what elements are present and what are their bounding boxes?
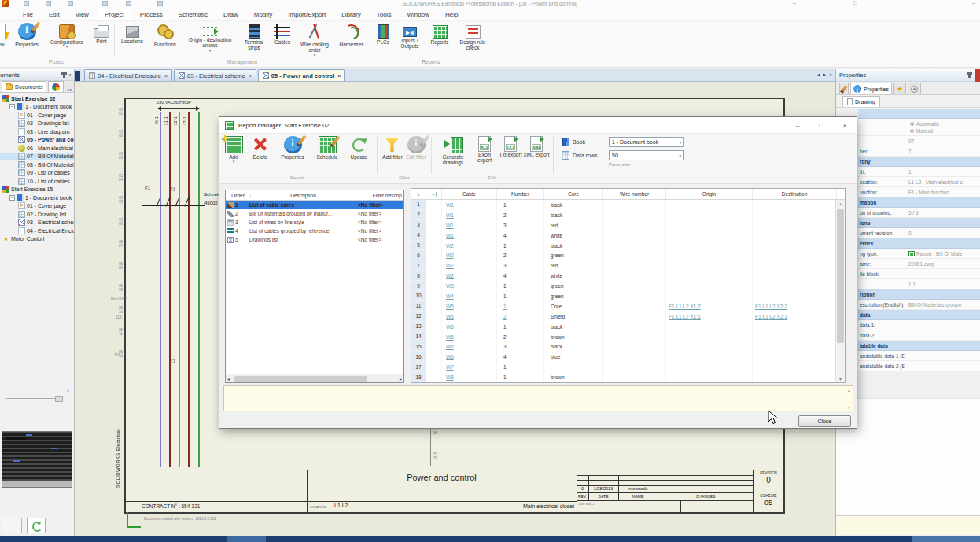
tree-item-start-exercise-02[interactable]: Start Exercise 02: [0, 94, 74, 103]
column-core[interactable]: Core: [544, 189, 603, 199]
cable-link[interactable]: W1: [442, 210, 497, 220]
close-button[interactable]: Close: [798, 415, 851, 427]
close-icon[interactable]: ×: [337, 73, 341, 79]
scrollbar-thumb[interactable]: [234, 376, 367, 382]
minimize-icon[interactable]: –: [793, 0, 796, 6]
core-number-link[interactable]: 1: [497, 301, 544, 312]
menu-item-process[interactable]: Process: [133, 9, 170, 20]
tree-item-1-document-book[interactable]: −1 - Document book: [0, 194, 74, 202]
tree-item-05-power-and-control[interactable]: 05 - Power and control: [0, 136, 74, 145]
column-description[interactable]: Description: [251, 193, 356, 198]
radio-icon[interactable]: [910, 122, 914, 126]
cable-link[interactable]: W6: [442, 341, 497, 352]
tree-item-02-drawing-list[interactable]: 02 - Drawing list: [0, 210, 74, 219]
tab-properties[interactable]: Properties: [850, 83, 892, 94]
tree-item-01-cover-page[interactable]: 01 - Cover page: [0, 111, 74, 120]
table-row[interactable]: 10W41green: [411, 291, 845, 301]
tree-item-01-cover-page[interactable]: 01 - Cover page: [0, 202, 74, 211]
table-row[interactable]: 17W71: [411, 362, 845, 372]
collapse-icon[interactable]: −: [9, 104, 15, 109]
column-origin[interactable]: Origin: [666, 189, 753, 199]
column-order[interactable]: Order: [226, 193, 251, 198]
column-wire-number[interactable]: Wire number: [603, 189, 666, 199]
ribbon-button-print[interactable]: Print: [90, 21, 113, 59]
tree-item-04-electrical-enclosure[interactable]: 04 - Electrical Enclosure: [0, 227, 74, 235]
dialog-maximize-icon[interactable]: □: [809, 117, 833, 133]
toolbar-button-xml-export[interactable]: XMLXML export: [523, 136, 550, 175]
ribbon-button-properties[interactable]: Properties: [9, 21, 44, 59]
toolbar-button-schedule[interactable]: Schedule: [311, 136, 344, 175]
pin-icon[interactable]: [63, 72, 65, 78]
menu-item-view[interactable]: View: [68, 9, 96, 20]
table-row[interactable]: 15W63black: [411, 341, 845, 352]
tree-item-03-electrical-scheme[interactable]: 03 - Electrical scheme: [0, 219, 74, 227]
tab-favorites[interactable]: ★: [893, 83, 906, 94]
table-row[interactable]: 7W23red: [411, 260, 845, 271]
scrollbar-thumb[interactable]: [837, 209, 844, 343]
doc-tab-03-electrical-scheme[interactable]: 03 - Electrical scheme×: [174, 69, 256, 81]
scroll-up-icon[interactable]: ▴: [848, 387, 850, 393]
report-message-box[interactable]: ▴ ▾: [223, 385, 853, 411]
menu-item-file[interactable]: File: [16, 9, 40, 20]
tree-item-motor-contorl[interactable]: ★Motor Contorl: [0, 235, 74, 244]
column-sort[interactable]: ▴: [411, 189, 426, 199]
cable-link[interactable]: W5: [442, 312, 497, 322]
table-row[interactable]: 4W14white: [411, 230, 845, 241]
cable-link[interactable]: W4: [442, 291, 497, 301]
minimize-icon[interactable]: –: [972, 0, 975, 6]
book-select[interactable]: 1 - Document book ▾: [609, 137, 684, 147]
ribbon-button-locations[interactable]: Locations: [116, 21, 149, 59]
toolbar-button-update[interactable]: Update: [344, 136, 374, 175]
scroll-down-icon[interactable]: ▾: [836, 376, 845, 382]
toolbar-button-generate-drawings[interactable]: Generate drawings: [435, 136, 471, 175]
menu-item-draw[interactable]: Draw: [216, 9, 245, 20]
menu-item-modify[interactable]: Modify: [247, 9, 280, 20]
table-row[interactable]: 16W64blue: [411, 352, 845, 362]
toolbar-button-add[interactable]: +Add▾: [221, 136, 246, 175]
core-number-link[interactable]: 2: [497, 312, 544, 322]
menu-item-help[interactable]: Help: [438, 9, 465, 20]
table-row[interactable]: 8W24white: [411, 271, 845, 281]
column-destination[interactable]: Destination: [753, 189, 837, 199]
toolbar-button-txt-export[interactable]: TXTTxt export: [498, 136, 523, 175]
ribbon-button-origin-destination-arrows[interactable]: Origin - destination arrows▾: [182, 21, 238, 59]
cable-link[interactable]: W7: [442, 362, 497, 372]
cable-link[interactable]: W6: [442, 352, 497, 362]
vertical-scrollbar[interactable]: ▴ ▾: [835, 200, 845, 382]
report-row-drawings-list[interactable]: 5Drawings list<No filter>: [226, 235, 403, 244]
tabs-left-icon[interactable]: ◂: [66, 87, 68, 92]
tree-item-start-exercise-15[interactable]: Start Exercise 15: [0, 186, 74, 194]
tree-item-06-main-electrical-closet[interactable]: 06 - Main electrical closet: [0, 144, 74, 153]
menu-item-import-export[interactable]: Import/Export: [281, 9, 333, 20]
toolbar-button-delete[interactable]: Delete: [246, 136, 274, 175]
toolbar-button-add-filter[interactable]: Add filter: [381, 136, 404, 175]
dialog-minimize-icon[interactable]: –: [786, 117, 809, 133]
table-row[interactable]: 9W31green: [411, 281, 845, 291]
table-row[interactable]: 3W13red: [411, 220, 845, 230]
table-row[interactable]: 2W12black: [411, 210, 845, 220]
menu-item-window[interactable]: Window: [400, 9, 436, 20]
tree-item-02-drawings-list[interactable]: 02 - Drawings list: [0, 120, 74, 128]
cable-link[interactable]: W6: [442, 332, 497, 342]
dialog-close-icon[interactable]: ×: [833, 117, 857, 133]
dialog-title-bar[interactable]: Report manager: Start Exercise 02 – □ ×: [219, 117, 857, 134]
radio-icon[interactable]: [910, 129, 914, 133]
tree-item-1-document-book[interactable]: −1 - Document book: [0, 103, 74, 112]
report-row-list-of-cable-cores[interactable]: 1List of cable cores<No filter>: [226, 201, 403, 209]
tab-target[interactable]: [908, 83, 921, 94]
cable-link[interactable]: W5: [442, 301, 497, 312]
cable-link[interactable]: W2: [442, 241, 497, 251]
cable-link[interactable]: W2: [442, 260, 497, 271]
close-icon[interactable]: ×: [164, 73, 168, 79]
ribbon-button-functions[interactable]: Functions: [149, 21, 182, 59]
report-row-list-of-cables-grouped-by-reference[interactable]: 4List of cables grouped by reference<No …: [226, 227, 403, 235]
menu-item-tools[interactable]: Tools: [370, 9, 399, 20]
origin-link[interactable]: F1 L1 L2 X1:1: [666, 312, 753, 322]
tab-components[interactable]: [48, 81, 64, 92]
ribbon-button-harnesses[interactable]: Harnesses: [334, 21, 369, 59]
ribbon-button-terminal-strips[interactable]: Terminal strips: [238, 21, 270, 59]
table-row[interactable]: 6W22green: [411, 250, 845, 260]
tree-item-09-list-of-cables[interactable]: 09 - List of cables: [0, 169, 74, 178]
origin-link[interactable]: F1 L1 L2 X1:2: [666, 301, 753, 312]
table-row[interactable]: 12W52ShieldF1 L1 L2 X1:1F1 L1 L2 X2:1: [411, 312, 845, 322]
